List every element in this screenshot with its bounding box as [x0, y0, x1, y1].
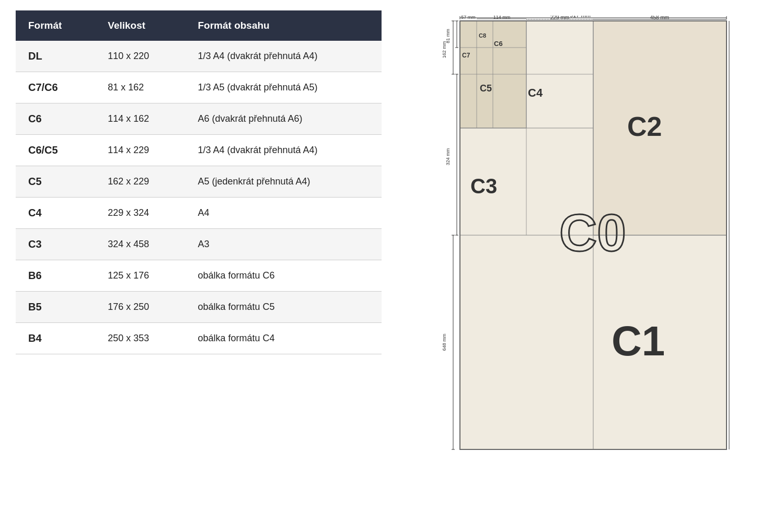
cell-size: 81 x 162	[95, 72, 185, 103]
cell-format: C6	[16, 103, 95, 135]
envelope-diagram-section: C8 C7 C6 C5 C4 C2 C3 C0 C1 917 mm	[402, 10, 768, 455]
dim-458: 458 mm	[650, 16, 669, 20]
cell-content: 1/3 A5 (dvakrát přehnutá A5)	[185, 72, 382, 103]
format-table-section: Formát Velikost Formát obsahu DL110 x 22…	[16, 10, 382, 354]
format-table: Formát Velikost Formát obsahu DL110 x 22…	[16, 10, 382, 354]
c2-label: C2	[627, 111, 662, 142]
table-row: B4250 x 353obálka formátu C4	[16, 323, 382, 354]
c3-label: C3	[470, 175, 497, 198]
cell-size: 162 x 229	[95, 166, 185, 198]
cell-size: 176 x 250	[95, 292, 185, 323]
dim-162: 162 mm	[442, 41, 447, 59]
diagram-container: C8 C7 C6 C5 C4 C2 C3 C0 C1 917 mm	[439, 16, 732, 455]
cell-size: 114 x 229	[95, 135, 185, 166]
dim-324: 324 mm	[445, 148, 451, 166]
c8-label: C8	[479, 32, 486, 39]
cell-size: 110 x 220	[95, 41, 185, 72]
dim-229: 229 mm	[550, 16, 569, 20]
svg-rect-2	[460, 21, 526, 128]
table-row: C6/C5114 x 2291/3 A4 (dvakrát přehnutá A…	[16, 135, 382, 166]
dim-57: 57 mm	[461, 16, 476, 20]
col-header-content: Formát obsahu	[185, 10, 382, 41]
cell-format: C7/C6	[16, 72, 95, 103]
cell-content: A6 (dvakrát přehnutá A6)	[185, 103, 382, 135]
cell-size: 114 x 162	[95, 103, 185, 135]
c1-label: C1	[612, 318, 665, 364]
cell-content: A5 (jedenkrát přehnutá A4)	[185, 166, 382, 198]
cell-format: C6/C5	[16, 135, 95, 166]
cell-format: B4	[16, 323, 95, 354]
cell-size: 250 x 353	[95, 323, 185, 354]
table-header-row: Formát Velikost Formát obsahu	[16, 10, 382, 41]
cell-size: 324 x 458	[95, 229, 185, 260]
c6-label: C6	[494, 40, 503, 48]
cell-content: A4	[185, 198, 382, 229]
table-row: B6125 x 176obálka formátu C6	[16, 260, 382, 292]
cell-format: DL	[16, 41, 95, 72]
table-row: C5162 x 229A5 (jedenkrát přehnutá A4)	[16, 166, 382, 198]
c5-label: C5	[480, 83, 492, 94]
cell-format: B5	[16, 292, 95, 323]
cell-format: C3	[16, 229, 95, 260]
dim-81: 81 mm	[445, 29, 451, 43]
dim-114: 114 mm	[493, 16, 511, 20]
dim-648: 648 mm	[442, 334, 447, 351]
cell-content: 1/3 A4 (dvakrát přehnutá A4)	[185, 41, 382, 72]
envelope-diagram-svg: C8 C7 C6 C5 C4 C2 C3 C0 C1 917 mm	[439, 16, 732, 455]
dim-917: 917 mm	[570, 16, 591, 18]
cell-size: 229 x 324	[95, 198, 185, 229]
cell-format: C4	[16, 198, 95, 229]
table-row: C4229 x 324A4	[16, 198, 382, 229]
cell-content: obálka formátu C4	[185, 323, 382, 354]
table-row: C3324 x 458A3	[16, 229, 382, 260]
cell-content: obálka formátu C6	[185, 260, 382, 292]
cell-size: 125 x 176	[95, 260, 185, 292]
table-row: C6114 x 162A6 (dvakrát přehnutá A6)	[16, 103, 382, 135]
table-row: B5176 x 250obálka formátu C5	[16, 292, 382, 323]
c7-label: C7	[462, 52, 470, 59]
cell-format: C5	[16, 166, 95, 198]
c0-label: C0	[559, 203, 626, 262]
cell-content: obálka formátu C5	[185, 292, 382, 323]
cell-format: B6	[16, 260, 95, 292]
col-header-size: Velikost	[95, 10, 185, 41]
table-row: DL110 x 2201/3 A4 (dvakrát přehnutá A4)	[16, 41, 382, 72]
col-header-format: Formát	[16, 10, 95, 41]
c4-label: C4	[528, 86, 543, 99]
cell-content: 1/3 A4 (dvakrát přehnutá A4)	[185, 135, 382, 166]
cell-content: A3	[185, 229, 382, 260]
table-row: C7/C681 x 1621/3 A5 (dvakrát přehnutá A5…	[16, 72, 382, 103]
